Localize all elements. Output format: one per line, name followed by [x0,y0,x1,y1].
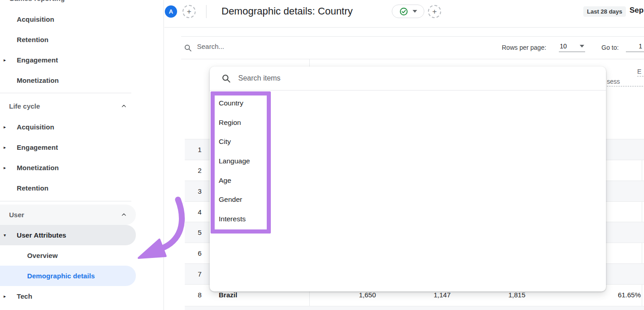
avatar[interactable]: A [165,5,177,18]
rows-per-page-label: Rows per page: [502,44,546,51]
expand-arrow-icon: ▸ [4,57,6,62]
sidebar-item-lc-acquisition[interactable]: ▸Acquisition [0,117,136,137]
section-header-user[interactable]: User [0,205,136,225]
sidebar-divider [0,201,131,201]
table-row-partial [185,306,644,310]
plus-icon: + [187,7,192,16]
goto-page-label: Go to: [601,44,619,51]
sidebar-item-acquisition[interactable]: Acquisition [0,9,136,29]
sidebar-item-lc-monetization[interactable]: ▸Monetization [0,157,136,178]
option-interests[interactable]: Interests [210,210,346,229]
sidebar-item-overview[interactable]: Overview [0,245,136,266]
search-icon [221,74,231,83]
sidebar-item-demographic-details[interactable]: Demographic details [0,266,136,286]
sidebar-item-monetization[interactable]: Monetization [0,70,136,91]
report-status-menu[interactable] [392,5,424,18]
option-country[interactable]: Country [210,94,346,113]
goto-page-input[interactable]: 1 [626,42,644,52]
option-city[interactable]: City [210,132,346,152]
date-range-chip[interactable]: Last 28 days [583,6,626,17]
sidebar-item-lc-engagement[interactable]: ▸Engagement [0,137,136,157]
expand-arrow-icon: ▸ [4,165,6,170]
dimension-picker-dropdown: Country Region City Language Age Gender … [210,67,606,291]
sidebar-item-retention[interactable]: Retention [0,29,136,50]
date-range-start-clipped[interactable]: Sep [630,6,644,15]
column-header-clipped-line2[interactable]: sess [607,78,644,86]
metric-cell: 61.65% [618,285,641,305]
chevron-up-icon [121,212,127,218]
check-circle-icon [399,7,408,16]
table-search-input[interactable] [197,43,333,50]
add-comparison-button[interactable]: + [183,5,196,18]
toolbar-border-bottom [181,59,644,59]
collection-title-clipped: Games reporting [9,0,65,2]
option-region[interactable]: Region [210,113,346,133]
dimension-search-input[interactable] [238,74,510,82]
sidebar-item-tech[interactable]: ▸Tech [0,286,136,306]
search-icon [184,44,192,52]
sidebar-item-lc-retention[interactable]: Retention [0,178,136,198]
chevron-down-icon [413,10,417,13]
rows-per-page-select[interactable]: 10 [559,42,585,52]
collapse-arrow-icon: ▾ [4,233,6,238]
add-report-tab-button[interactable]: + [428,5,441,18]
header-divider [206,5,207,18]
sidebar-divider [0,93,131,93]
chevron-up-icon [121,103,127,109]
toolbar-border-top [181,36,644,37]
dimension-options-list: Country Region City Language Age Gender … [210,94,346,229]
sidebar-item-engagement[interactable]: ▸Engagement [0,50,136,70]
expand-arrow-icon: ▸ [4,124,6,129]
column-header-clipped-line1[interactable]: E [637,68,644,76]
sidebar-item-user-attributes[interactable]: ▾User Attributes [0,225,136,245]
plus-icon: + [433,7,437,16]
expand-arrow-icon: ▸ [4,294,6,299]
page-title: Demographic details: Country [221,5,353,17]
expand-arrow-icon: ▸ [4,145,6,150]
dimension-search-row[interactable] [210,67,606,91]
option-gender[interactable]: Gender [210,190,346,210]
chevron-down-icon [580,45,584,48]
option-age[interactable]: Age [210,171,346,190]
option-language[interactable]: Language [210,152,346,171]
left-navigation-sidebar: Games reporting Acquisition Retention ▸E… [0,0,164,310]
section-header-life-cycle[interactable]: Life cycle [0,96,136,116]
